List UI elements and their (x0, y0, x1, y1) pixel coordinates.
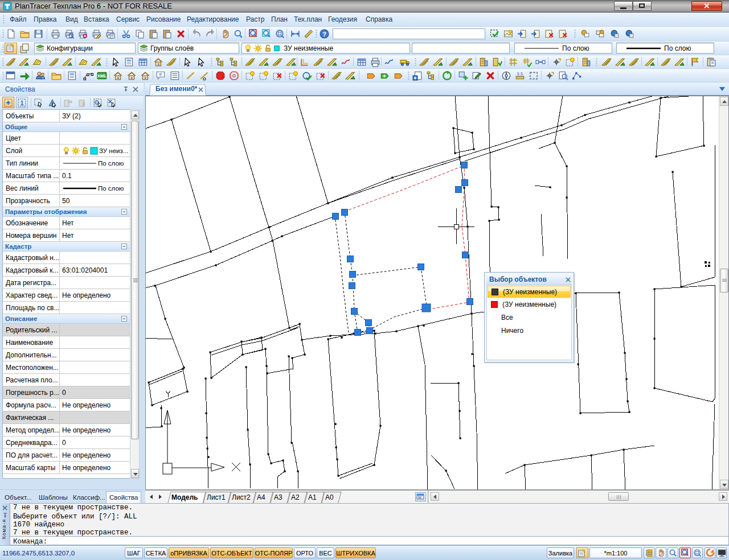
svg-text:По слою: По слою (562, 44, 589, 52)
svg-text:ЗУ неиз...: ЗУ неиз... (99, 147, 128, 154)
svg-text:1: 1 (20, 100, 23, 106)
svg-text:По слою: По слою (98, 185, 124, 192)
svg-text:По слою: По слою (664, 44, 691, 52)
svg-text:По слою: По слою (98, 160, 124, 167)
